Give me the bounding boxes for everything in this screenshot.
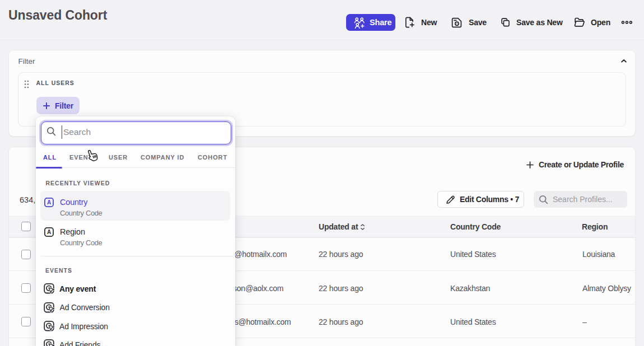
svg-text:A: A	[47, 199, 51, 205]
svg-text:A: A	[47, 229, 51, 235]
